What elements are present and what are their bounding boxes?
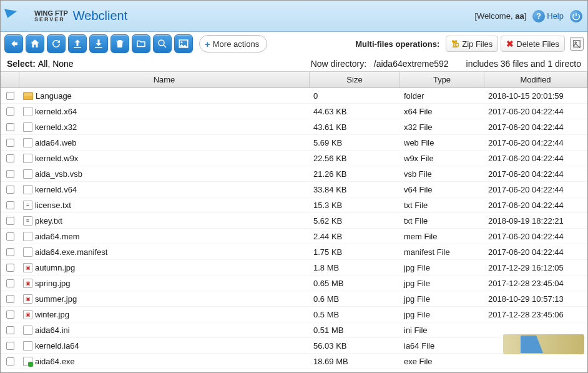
table-row[interactable]: ≡license.txt15.3 KBtxt File2017-06-20 04… bbox=[1, 197, 587, 213]
table-row[interactable]: ▣spring.jpg0.65 MBjpg File2017-12-28 23:… bbox=[1, 276, 587, 291]
download-button[interactable] bbox=[89, 34, 108, 53]
table-row[interactable]: aida64.ini0.51 MBini File bbox=[1, 322, 587, 338]
table-row[interactable]: ▣summer.jpg0.6 MBjpg File2018-10-29 10:5… bbox=[1, 291, 587, 307]
file-size: 56.03 KB bbox=[310, 341, 400, 351]
table-row[interactable]: kerneld.w9x22.56 KBw9x File2017-06-20 04… bbox=[1, 151, 587, 166]
file-icon bbox=[23, 154, 32, 163]
table-row[interactable]: kerneld.v6433.84 KBv64 File2017-06-20 04… bbox=[1, 182, 587, 197]
zip-files-button[interactable]: 🗜 Zip Files bbox=[446, 36, 498, 52]
row-checkbox[interactable] bbox=[6, 186, 14, 194]
table-row[interactable]: ▣winter.jpg0.5 MBjpg File2017-12-28 23:4… bbox=[1, 307, 587, 322]
home-button[interactable] bbox=[26, 34, 44, 53]
file-type: folder bbox=[400, 91, 484, 101]
file-type: exe File bbox=[400, 357, 484, 366]
file-size: 2.44 KB bbox=[310, 232, 400, 241]
table-row[interactable]: aida64.exe18.69 MBexe File bbox=[1, 354, 587, 369]
row-checkbox[interactable] bbox=[6, 123, 14, 131]
row-checkbox[interactable] bbox=[6, 92, 14, 100]
select-all-link[interactable]: All bbox=[38, 59, 48, 69]
table-row[interactable]: aida_vsb.vsb21.26 KBvsb File2017-06-20 0… bbox=[1, 166, 587, 182]
table-row[interactable]: aida64.web5.69 KBweb File2017-06-20 04:2… bbox=[1, 135, 587, 151]
logout-button[interactable] bbox=[570, 10, 582, 22]
row-checkbox[interactable] bbox=[6, 248, 14, 256]
help-icon: ? bbox=[532, 10, 545, 22]
file-name: kerneld.v64 bbox=[35, 185, 77, 194]
table-row[interactable]: kerneld.x6444.63 KBx64 File2017-06-20 04… bbox=[1, 104, 587, 119]
col-modified[interactable]: Modified bbox=[484, 72, 587, 87]
file-type: vsb File bbox=[400, 169, 484, 179]
table-row[interactable]: kerneld.x3243.61 KBx32 File2017-06-20 04… bbox=[1, 119, 587, 135]
new-folder-button[interactable] bbox=[132, 34, 150, 53]
row-checkbox[interactable] bbox=[6, 232, 14, 241]
file-name: aida64.web bbox=[35, 138, 77, 147]
file-size: 0 bbox=[310, 91, 400, 101]
row-checkbox[interactable] bbox=[6, 342, 14, 350]
power-icon bbox=[570, 10, 582, 22]
row-checkbox[interactable] bbox=[6, 279, 14, 287]
file-name: aida64.ini bbox=[35, 326, 70, 335]
row-checkbox[interactable] bbox=[6, 201, 14, 209]
logo: WING FTP SERVER Webclient bbox=[6, 7, 127, 26]
file-modified: 2017-12-28 23:45:06 bbox=[484, 310, 587, 319]
table-row[interactable]: kerneld.ia6456.03 KBia64 File bbox=[1, 338, 587, 354]
file-name: kerneld.w9x bbox=[35, 154, 78, 163]
row-checkbox[interactable] bbox=[6, 139, 14, 147]
row-checkbox[interactable] bbox=[6, 357, 14, 366]
file-name: winter.jpg bbox=[35, 310, 69, 319]
file-modified: 2017-06-20 04:22:44 bbox=[484, 154, 587, 163]
file-name: autumn.jpg bbox=[35, 263, 75, 272]
file-icon bbox=[23, 169, 32, 179]
file-type: jpg File bbox=[400, 279, 484, 288]
file-icon bbox=[23, 326, 32, 335]
table-row[interactable]: Language0folder2018-10-15 20:01:59 bbox=[1, 88, 587, 104]
table-row[interactable]: aida64.exe.manifest1.75 KBmanifest File2… bbox=[1, 244, 587, 260]
more-actions-button[interactable]: + More actions bbox=[199, 35, 267, 52]
row-checkbox[interactable] bbox=[6, 311, 14, 319]
refresh-button[interactable] bbox=[47, 34, 66, 53]
file-type: jpg File bbox=[400, 263, 484, 272]
row-checkbox[interactable] bbox=[6, 295, 14, 303]
help-button[interactable]: ? Help bbox=[532, 10, 564, 22]
back-button[interactable] bbox=[4, 34, 23, 53]
image-view-button[interactable] bbox=[174, 34, 193, 53]
file-size: 0.51 MB bbox=[310, 326, 400, 335]
file-type: x64 File bbox=[400, 107, 484, 116]
brand-top: WING FTP bbox=[34, 10, 68, 17]
plus-icon: + bbox=[205, 39, 210, 49]
file-size: 0.5 MB bbox=[310, 310, 400, 319]
text-icon: ≡ bbox=[23, 216, 32, 226]
col-type[interactable]: Type bbox=[400, 72, 484, 87]
col-size[interactable]: Size bbox=[310, 72, 400, 87]
table-row[interactable]: aida64.mem2.44 KBmem File2017-06-20 04:2… bbox=[1, 229, 587, 244]
svg-point-2 bbox=[181, 41, 183, 43]
table-row[interactable]: ▣autumn.jpg1.8 MBjpg File2017-12-29 16:1… bbox=[1, 260, 587, 276]
file-name: aida_vsb.vsb bbox=[35, 169, 82, 179]
file-size: 15.3 KB bbox=[310, 201, 400, 210]
row-checkbox[interactable] bbox=[6, 107, 14, 116]
col-name[interactable]: Name bbox=[19, 72, 310, 87]
file-modified: 2017-12-28 23:45:04 bbox=[484, 279, 587, 288]
file-type: jpg File bbox=[400, 294, 484, 304]
toggle-view-button[interactable] bbox=[570, 37, 584, 51]
file-size: 5.62 KB bbox=[310, 216, 400, 226]
row-checkbox[interactable] bbox=[6, 217, 14, 225]
row-checkbox[interactable] bbox=[6, 170, 14, 178]
file-modified: 2017-12-29 16:12:05 bbox=[484, 263, 587, 272]
delete-button[interactable] bbox=[110, 34, 129, 53]
file-type: ini File bbox=[400, 326, 484, 335]
file-type: jpg File bbox=[400, 310, 484, 319]
file-name: summer.jpg bbox=[35, 294, 77, 304]
file-name: aida64.mem bbox=[35, 232, 80, 241]
select-none-link[interactable]: None bbox=[52, 59, 73, 69]
row-checkbox[interactable] bbox=[6, 326, 14, 334]
table-row[interactable]: ≡pkey.txt5.62 KBtxt File2018-09-19 18:22… bbox=[1, 213, 587, 229]
row-checkbox[interactable] bbox=[6, 264, 14, 272]
text-icon: ≡ bbox=[23, 201, 32, 210]
file-modified: 2017-06-20 04:22:44 bbox=[484, 138, 587, 147]
delete-files-button[interactable]: ✖ Delete Files bbox=[501, 36, 565, 52]
image-icon: ▣ bbox=[23, 310, 32, 319]
upload-button[interactable] bbox=[68, 34, 87, 53]
file-type: w9x File bbox=[400, 154, 484, 163]
row-checkbox[interactable] bbox=[6, 154, 14, 162]
search-button[interactable] bbox=[153, 34, 172, 53]
